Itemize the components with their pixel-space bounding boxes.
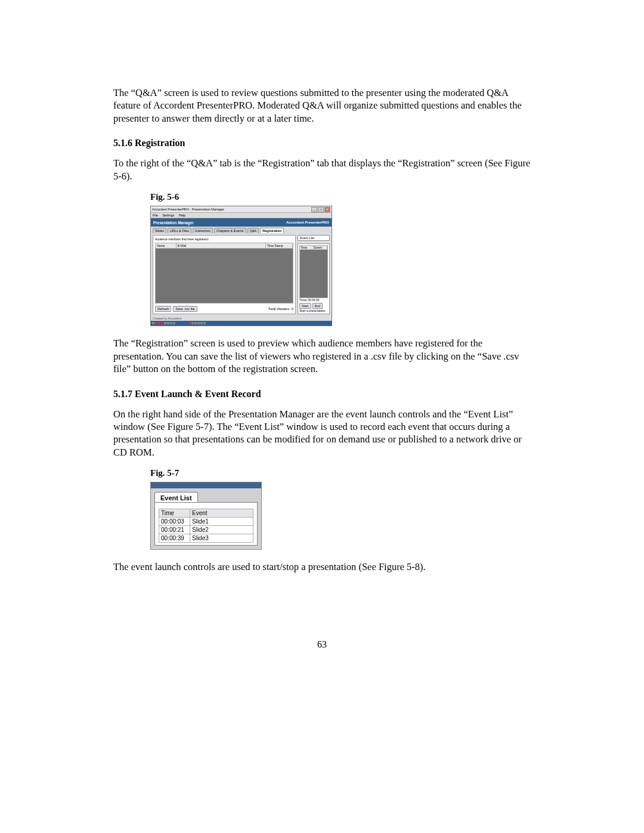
close-button[interactable]: × (324, 207, 330, 212)
tab-qa[interactable]: Q&A (247, 228, 259, 233)
maximize-button[interactable]: □ (318, 207, 324, 212)
cell-event: Slide3 (190, 534, 253, 543)
heading-event-launch: 5.1.7 Event Launch & Event Record (113, 389, 531, 400)
cell-event: Slide1 (190, 518, 253, 526)
qa-paragraph: The “Q&A” screen is used to review quest… (113, 86, 531, 125)
menu-settings[interactable]: Settings (162, 213, 174, 217)
cell-time: 00:00:21 (159, 526, 190, 534)
figure-5-6: Accordent PresenterPRO - Presentation Ma… (150, 206, 332, 326)
app-banner: Presentation Manager Accordent Presenter… (151, 218, 332, 227)
th-event: Event (190, 509, 253, 518)
registration-desc: The “Registration” screen is used to pre… (113, 337, 531, 375)
window-title: Accordent PresenterPRO - Presentation Ma… (152, 208, 311, 211)
event-side-panel: Event List Time Event Timer 00:00:00 Sta… (298, 235, 330, 314)
tab-registration[interactable]: Registration (260, 228, 284, 233)
registration-intro: To the right of the “Q&A” tab is the “Re… (113, 157, 531, 182)
event-list-table: Time Event 00:00:03 Slide1 00:00:21 Slid… (159, 509, 253, 543)
window-titlebar: Accordent PresenterPRO - Presentation Ma… (151, 206, 332, 213)
minimize-button[interactable]: _ (311, 207, 317, 212)
registration-pane: Audience members that have registered: N… (153, 235, 296, 314)
cell-time: 00:00:39 (159, 534, 190, 543)
total-viewers-label: Total Viewers: 0 (268, 307, 293, 311)
tab-urls-files[interactable]: URLs & Files (168, 228, 191, 233)
event-col-event: Event (314, 246, 327, 249)
cell-time: 00:00:03 (159, 518, 190, 526)
event-col-time: Time (300, 246, 314, 249)
registered-label: Audience members that have registered: (155, 237, 293, 241)
refresh-button[interactable]: Refresh (155, 306, 171, 312)
figure-5-7-label: Fig. 5-7 (150, 468, 531, 478)
th-time: Time (159, 509, 190, 518)
top-strip (151, 482, 261, 488)
col-name: Name (156, 243, 177, 248)
figure-5-6-label: Fig. 5-6 (150, 192, 531, 202)
table-row[interactable]: 00:00:21 Slide2 (159, 526, 253, 534)
event-launch-desc: On the right hand side of the Presentati… (113, 408, 531, 459)
event-list-tab[interactable]: Event List (154, 492, 198, 502)
table-row[interactable]: 00:00:03 Slide1 (159, 518, 253, 526)
tab-row: Slides URLs & Files Interaction Chapters… (151, 227, 332, 233)
author-label: Created by Accordent (151, 316, 332, 321)
status-bar (151, 321, 332, 326)
start-help-text: Start a presentation (299, 309, 328, 312)
banner-brand: Accordent PresenterPRO (286, 221, 329, 224)
tab-interaction[interactable]: Interaction (193, 228, 213, 233)
page-number: 63 (113, 639, 531, 650)
registration-header: Name E-Mail Time Stamp (155, 243, 293, 249)
figure-5-7: Event List Time Event 00:00:03 Slide1 (150, 482, 262, 550)
tab-slides[interactable]: Slides (153, 228, 166, 233)
event-list-tab[interactable]: Event List (298, 235, 330, 241)
registration-list[interactable] (155, 249, 293, 304)
event-list-header: Time Event (299, 245, 328, 250)
end-button[interactable]: End (312, 303, 323, 309)
col-timestamp: Time Stamp (266, 243, 293, 248)
banner-title: Presentation Manager (153, 221, 194, 225)
tab-chapters-events[interactable]: Chapters & Events (214, 228, 246, 233)
menu-bar: File Settings Help (151, 213, 332, 218)
event-controls-desc: The event launch controls are used to st… (113, 561, 531, 573)
col-email: E-Mail (177, 243, 266, 248)
cell-event: Slide2 (190, 526, 253, 534)
menu-file[interactable]: File (153, 213, 158, 217)
table-row[interactable]: 00:00:39 Slide3 (159, 534, 253, 543)
menu-help[interactable]: Help (179, 213, 185, 217)
event-list-body[interactable] (299, 250, 328, 298)
start-button[interactable]: Start (299, 303, 311, 309)
document-page: The “Q&A” screen is used to review quest… (113, 0, 531, 686)
heading-registration: 5.1.6 Registration (113, 138, 531, 148)
timer-label: Timer 00:00:00 (299, 298, 328, 302)
save-csv-button[interactable]: Save .csv file (173, 306, 197, 312)
